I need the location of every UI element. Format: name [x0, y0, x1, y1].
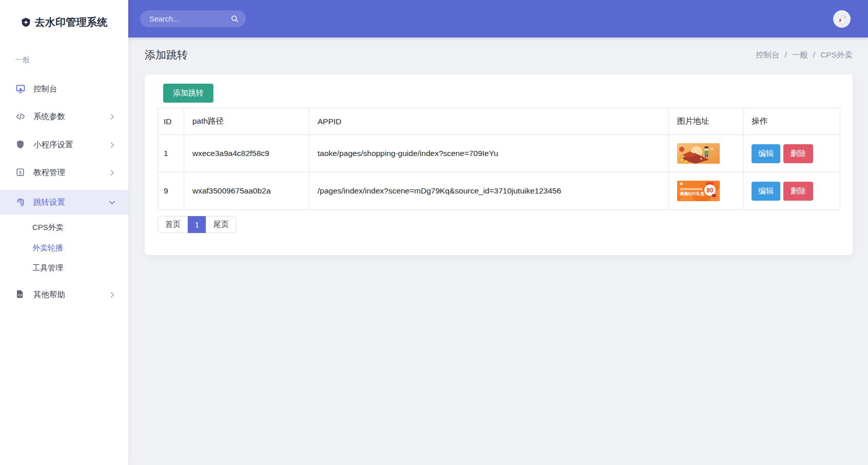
column-header-path: path路径 [184, 108, 309, 135]
dollar-square-icon: $ [15, 167, 26, 178]
cell-appid: /pages/index/index?scene=mDg79Kq&source_… [309, 172, 669, 210]
cell-id: 9 [158, 172, 184, 210]
table-row: 9 wxaf35009675aa0b2a /pages/index/index?… [158, 172, 840, 210]
sidebar-subitem-label: CPS外卖 [32, 223, 64, 232]
table-row: 1 wxece3a9a4c82f58c9 taoke/pages/shoppin… [158, 135, 840, 172]
search-bar [140, 10, 246, 27]
sidebar-section-label: 一般 [15, 55, 30, 65]
pagination: 首页 1 尾页 [157, 216, 236, 233]
sidebar-item-console[interactable]: 控制台 [0, 75, 128, 102]
cell-path: wxece3a9a4c82f58c9 [184, 135, 309, 172]
table-header-row: ID path路径 APPID 图片地址 操作 [158, 108, 840, 135]
sidebar-item-miniprogram-settings[interactable]: 小程序设置 [0, 131, 128, 158]
sidebar-item-system-params[interactable]: 系统参数 [0, 103, 128, 130]
user-avatar[interactable] [833, 10, 851, 28]
pagination-last-button[interactable]: 尾页 [206, 216, 236, 233]
shield-icon [15, 140, 26, 150]
sidebar-subitem-label: 工具管理 [32, 263, 63, 273]
edit-button[interactable]: 编辑 [752, 182, 780, 201]
sidebar-subitem-label: 外卖轮播 [32, 243, 63, 253]
sidebar: 去水印管理系统 一般 控制台 系统参数 小程序设置 $ 教程管理 [0, 0, 128, 465]
svg-text:$: $ [19, 169, 22, 175]
chevron-down-icon [108, 199, 116, 206]
sidebar-subitem-cps-takeout[interactable]: CPS外卖 [32, 217, 64, 238]
column-header-image: 图片地址 [669, 108, 743, 135]
column-header-actions: 操作 [743, 108, 840, 135]
search-input[interactable] [149, 15, 230, 23]
cell-image: 滴滴出行礼包 80 [669, 172, 743, 210]
banner-badge: 80 [706, 187, 714, 194]
chevron-right-icon [108, 113, 116, 121]
breadcrumb-separator: / [813, 50, 815, 60]
sidebar-item-label: 其他帮助 [33, 289, 65, 300]
sidebar-item-label: 小程序设置 [33, 140, 73, 150]
shield-star-logo-icon [21, 17, 31, 28]
page-header: 添加跳转 控制台 / 一般 / CPS外卖 [145, 48, 853, 62]
cell-actions: 编辑 删除 [743, 172, 840, 210]
breadcrumb-separator: / [785, 50, 787, 60]
cell-appid: taoke/pages/shopping-guide/index?scene=7… [309, 135, 669, 172]
main-content: 添加跳转 控制台 / 一般 / CPS外卖 添加跳转 ID path路径 APP… [128, 37, 868, 465]
didi-banner-thumbnail: 滴滴出行礼包 80 [677, 181, 720, 201]
edit-button[interactable]: 编辑 [752, 144, 780, 163]
monitor-icon [15, 84, 26, 94]
page-title: 添加跳转 [145, 48, 188, 62]
top-navbar [128, 0, 868, 37]
search-icon[interactable] [230, 14, 239, 23]
pagination-first-button[interactable]: 首页 [157, 216, 188, 233]
sidebar-subitem-takeout-carousel[interactable]: 外卖轮播 [32, 238, 63, 258]
fingerprint-icon [15, 197, 26, 207]
pagination-page-1[interactable]: 1 [188, 216, 206, 233]
app-title: 去水印管理系统 [34, 15, 107, 29]
jump-table: ID path路径 APPID 图片地址 操作 1 wxece3a9a4c82f… [157, 108, 840, 210]
cell-path: wxaf35009675aa0b2a [184, 172, 309, 210]
breadcrumb-item-general[interactable]: 一般 [792, 50, 808, 61]
sidebar-item-label: 系统参数 [33, 111, 65, 122]
column-header-id: ID [158, 108, 184, 135]
promo-banner-thumbnail [677, 143, 720, 164]
breadcrumb: 控制台 / 一般 / CPS外卖 [756, 50, 853, 61]
sidebar-item-other-help[interactable]: 其他帮助 [0, 281, 128, 308]
delete-button[interactable]: 删除 [783, 182, 813, 201]
delete-button[interactable]: 删除 [783, 144, 813, 163]
sidebar-item-label: 教程管理 [33, 167, 65, 178]
cell-actions: 编辑 删除 [743, 135, 840, 172]
app-logo[interactable]: 去水印管理系统 [0, 15, 128, 29]
breadcrumb-item-cps-takeout[interactable]: CPS外卖 [820, 50, 853, 61]
jump-list-card: 添加跳转 ID path路径 APPID 图片地址 操作 1 wxece3a9a… [145, 74, 853, 255]
column-header-appid: APPID [309, 108, 669, 135]
sidebar-item-tutorial-management[interactable]: $ 教程管理 [0, 159, 128, 186]
code-icon [15, 111, 26, 122]
breadcrumb-item-console[interactable]: 控制台 [756, 50, 780, 61]
chevron-right-icon [108, 169, 116, 177]
sidebar-item-label: 控制台 [33, 84, 57, 94]
sidebar-subitem-tool-management[interactable]: 工具管理 [32, 258, 63, 278]
chevron-right-icon [108, 291, 116, 299]
banner-text: 滴滴出行礼包 [679, 191, 705, 196]
add-jump-button[interactable]: 添加跳转 [163, 84, 213, 103]
chevron-right-icon [108, 141, 116, 149]
sidebar-item-jump-settings[interactable]: 跳转设置 [0, 190, 128, 215]
cell-id: 1 [158, 135, 184, 172]
cell-image [669, 135, 743, 172]
file-code-icon [15, 289, 26, 300]
sidebar-item-label: 跳转设置 [33, 197, 65, 208]
